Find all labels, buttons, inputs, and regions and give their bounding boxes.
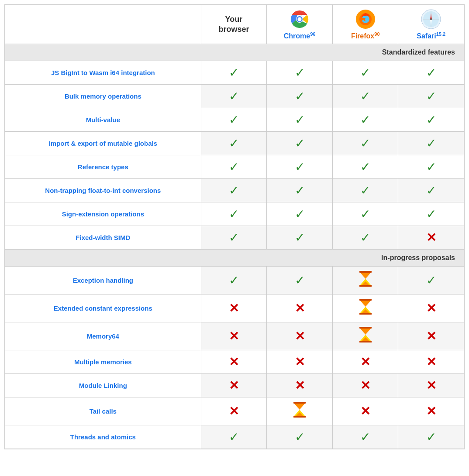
- feature-name: Multi-value: [5, 108, 201, 132]
- check-icon: ✓: [229, 430, 239, 444]
- firefox-cell: ✓: [332, 155, 398, 179]
- firefox-cell: ✓: [332, 61, 398, 85]
- table-row: Exception handling ✓ ✓ ✓: [5, 267, 464, 295]
- feature-header: [5, 5, 201, 44]
- check-icon: ✓: [426, 89, 436, 103]
- feature-name: Exception handling: [5, 267, 201, 295]
- check-icon: ✓: [229, 136, 239, 151]
- check-icon: ✓: [295, 430, 305, 444]
- check-icon: ✓: [360, 113, 370, 127]
- cross-icon: ✕: [229, 404, 239, 418]
- table-row: Multiple memories ✕ ✕ ✕ ✕: [5, 350, 464, 374]
- table-row: Reference types ✓ ✓ ✓ ✓: [5, 155, 464, 179]
- firefox-cell: [332, 295, 398, 322]
- feature-name: Extended constant expressions: [5, 295, 201, 322]
- firefox-cell: ✕: [332, 397, 398, 425]
- firefox-header: Firefox90: [332, 5, 398, 44]
- check-icon: ✓: [295, 65, 305, 80]
- check-icon: ✓: [229, 183, 239, 198]
- chrome-version: 96: [310, 31, 315, 37]
- safari-cell: ✓: [398, 267, 464, 295]
- chrome-cell: ✕: [267, 295, 333, 322]
- svg-rect-20: [359, 313, 372, 315]
- section-title: In-progress proposals: [5, 250, 464, 267]
- compatibility-table: Your browser: [5, 5, 464, 449]
- chrome-icon: [289, 9, 310, 30]
- safari-header: Safari15.2: [398, 5, 464, 44]
- feature-name: Memory64: [5, 322, 201, 350]
- your-browser-header: Your browser: [201, 5, 267, 44]
- firefox-cell: ✓: [332, 202, 398, 226]
- firefox-cell: ✕: [332, 350, 398, 374]
- feature-name: JS BigInt to Wasm i64 integration: [5, 61, 201, 85]
- cross-icon: ✕: [229, 301, 239, 315]
- svg-point-4: [298, 17, 302, 21]
- check-icon: ✓: [360, 136, 370, 151]
- table-row: Non-trapping float-to-int conversions ✓ …: [5, 179, 464, 202]
- chrome-cell: ✓: [267, 61, 333, 85]
- firefox-cell: ✓: [332, 108, 398, 132]
- safari-cell: ✓: [398, 179, 464, 202]
- your-browser-label: Your browser: [218, 15, 249, 34]
- svg-rect-16: [359, 271, 372, 273]
- safari-cell: ✓: [398, 61, 464, 85]
- check-icon: ✓: [229, 160, 239, 174]
- chrome-cell: ✓: [267, 85, 333, 108]
- svg-point-15: [430, 18, 432, 20]
- your-browser-cell: ✓: [201, 61, 267, 85]
- cross-icon: ✕: [295, 329, 305, 343]
- cross-icon: ✕: [426, 329, 436, 343]
- cross-icon: ✕: [426, 404, 436, 418]
- cross-icon: ✕: [360, 378, 370, 393]
- your-browser-cell: ✓: [201, 85, 267, 108]
- chrome-cell: ✓: [267, 108, 333, 132]
- safari-cell: ✓: [398, 155, 464, 179]
- check-icon: ✓: [229, 89, 239, 103]
- feature-name: Threads and atomics: [5, 425, 201, 449]
- your-browser-cell: ✓: [201, 132, 267, 155]
- check-icon: ✓: [360, 230, 370, 245]
- svg-rect-26: [293, 416, 306, 418]
- firefox-label: Firefox90: [335, 31, 396, 40]
- hourglass-icon: [359, 327, 372, 346]
- firefox-cell: ✓: [332, 179, 398, 202]
- firefox-cell: [332, 267, 398, 295]
- cross-icon: ✕: [426, 230, 436, 245]
- safari-cell: ✕: [398, 295, 464, 322]
- svg-rect-19: [359, 299, 372, 301]
- chrome-cell: ✓: [267, 226, 333, 250]
- compatibility-table-wrapper: Your browser: [4, 4, 465, 449]
- cross-icon: ✕: [295, 378, 305, 393]
- check-icon: ✓: [360, 65, 370, 80]
- safari-cell: ✓: [398, 108, 464, 132]
- firefox-cell: ✓: [332, 132, 398, 155]
- check-icon: ✓: [229, 230, 239, 245]
- cross-icon: ✕: [295, 355, 305, 369]
- safari-name: Safari: [417, 32, 436, 40]
- check-icon: ✓: [295, 136, 305, 151]
- table-row: Fixed-width SIMD ✓ ✓ ✓ ✕: [5, 226, 464, 250]
- check-icon: ✓: [295, 89, 305, 103]
- table-row: Bulk memory operations ✓ ✓ ✓ ✓: [5, 85, 464, 108]
- table-row: Import & export of mutable globals ✓ ✓ ✓…: [5, 132, 464, 155]
- check-icon: ✓: [426, 207, 436, 221]
- safari-cell: ✓: [398, 85, 464, 108]
- your-browser-cell: ✕: [201, 397, 267, 425]
- your-browser-cell: ✓: [201, 155, 267, 179]
- cross-icon: ✕: [426, 378, 436, 393]
- your-browser-cell: ✓: [201, 179, 267, 202]
- your-browser-cell: ✕: [201, 350, 267, 374]
- check-icon: ✓: [360, 160, 370, 174]
- table-row: Tail calls ✕ ✕ ✕: [5, 397, 464, 425]
- chrome-label: Chrome96: [269, 31, 331, 40]
- chrome-name: Chrome: [284, 32, 310, 40]
- firefox-cell: [332, 322, 398, 350]
- safari-cell: ✕: [398, 397, 464, 425]
- your-browser-cell: ✓: [201, 425, 267, 449]
- firefox-cell: ✕: [332, 374, 398, 397]
- check-icon: ✓: [426, 273, 436, 288]
- section-header-0: Standardized features: [5, 44, 464, 61]
- firefox-cell: ✓: [332, 425, 398, 449]
- cross-icon: ✕: [229, 378, 239, 393]
- your-browser-cell: ✕: [201, 295, 267, 322]
